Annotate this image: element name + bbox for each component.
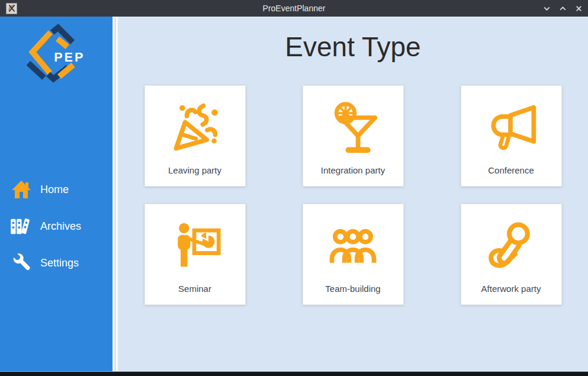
event-card-team-building[interactable]: Team-building: [303, 204, 404, 305]
maximize-button[interactable]: [557, 3, 568, 14]
sidebar-item-archives[interactable]: Archives: [0, 213, 113, 239]
home-icon: [8, 179, 34, 200]
chevron-up-icon: [559, 5, 567, 12]
event-card-integration-party[interactable]: Integration party: [303, 85, 404, 187]
logo-text: PEP: [54, 50, 85, 65]
page-title: Event Type: [118, 31, 588, 63]
event-card-leaving-party[interactable]: Leaving party: [144, 85, 246, 187]
x-icon: [575, 5, 583, 12]
sidebar-item-label: Home: [40, 184, 69, 196]
x-window-system-icon: [6, 3, 17, 14]
event-card-afterwork-party[interactable]: Afterwork party: [461, 204, 562, 305]
event-card-conference[interactable]: Conference: [461, 85, 562, 187]
card-label: Leaving party: [168, 165, 221, 175]
main-content: Event Type: [118, 17, 588, 371]
card-label: Seminar: [178, 284, 211, 294]
microphone-icon: [484, 204, 538, 284]
card-label: Afterwork party: [481, 284, 541, 294]
sidebar-item-label: Archives: [40, 220, 81, 233]
megaphone-icon: [484, 86, 538, 165]
party-popper-icon: [168, 86, 222, 165]
team-icon: [326, 204, 380, 284]
sidebar-item-settings[interactable]: Settings: [0, 250, 113, 276]
minimize-button[interactable]: [541, 3, 552, 14]
window-title: ProEventPlanner: [0, 4, 588, 13]
archives-icon: [8, 215, 34, 237]
sidebar-item-label: Settings: [40, 257, 79, 269]
card-label: Team-building: [325, 284, 380, 294]
titlebar: ProEventPlanner: [0, 0, 588, 17]
sidebar: PEP Home: [0, 17, 113, 371]
settings-icon: [8, 253, 34, 273]
card-label: Integration party: [321, 165, 385, 175]
sidebar-item-home[interactable]: Home: [0, 176, 113, 203]
event-type-grid: Leaving party: [144, 85, 562, 305]
close-button[interactable]: [573, 3, 584, 14]
presenter-icon: [168, 204, 222, 284]
cocktail-icon: [326, 86, 380, 165]
app-body: PEP Home: [0, 17, 588, 371]
card-label: Conference: [488, 165, 534, 175]
sidebar-divider: [113, 17, 118, 371]
bottom-bar: [0, 371, 588, 376]
window-controls: [541, 3, 588, 14]
pep-logo: PEP: [25, 20, 113, 85]
sidebar-menu: Home: [0, 176, 113, 287]
chevron-down-icon: [543, 5, 551, 12]
event-card-seminar[interactable]: Seminar: [144, 204, 246, 305]
app-window: ProEventPlanner: [0, 0, 588, 376]
